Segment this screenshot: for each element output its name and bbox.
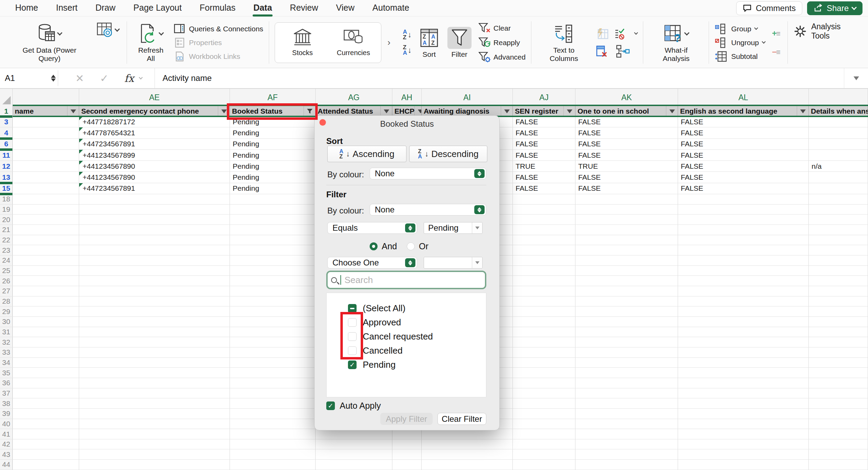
cell-23-2[interactable] (230, 245, 316, 255)
cell-30-1[interactable] (79, 317, 230, 327)
cell-13-9[interactable] (809, 172, 868, 182)
cell-25-0[interactable] (13, 266, 79, 276)
cell-18-1[interactable] (79, 194, 230, 204)
cell-18-2[interactable] (230, 194, 316, 204)
cell-24-1[interactable] (79, 255, 230, 265)
cell-37-0[interactable] (13, 388, 79, 398)
row-number-32[interactable]: 32 (0, 337, 13, 347)
subtotal-button[interactable]: Subtotal (714, 51, 765, 62)
cell-39-2[interactable] (230, 409, 316, 419)
cell-29-7[interactable] (575, 306, 678, 316)
cell-42-9[interactable] (809, 439, 868, 449)
header-cell-name[interactable]: name (13, 106, 79, 116)
row-number-33[interactable]: 33 (0, 347, 13, 357)
cell-40-2[interactable] (230, 419, 316, 429)
cell-12-0[interactable] (13, 161, 79, 171)
cell-44-2[interactable] (230, 460, 316, 470)
cell-42-5[interactable] (422, 439, 513, 449)
row-number-4[interactable]: 4 (0, 127, 13, 138)
cell-36-6[interactable] (513, 378, 575, 388)
cell-11-7[interactable]: FALSE (575, 150, 678, 160)
cell-33-2[interactable] (230, 347, 316, 357)
cell-31-6[interactable] (513, 327, 575, 337)
cell-20-0[interactable] (13, 215, 79, 224)
checkbox-indeterminate-icon[interactable] (348, 304, 357, 313)
row-number-35[interactable]: 35 (0, 368, 13, 378)
row-number-20[interactable]: 20 (0, 215, 13, 224)
cell-37-6[interactable] (513, 388, 575, 398)
filter-dropdown-icon[interactable] (218, 106, 230, 116)
cell-22-6[interactable] (513, 235, 575, 245)
and-radio[interactable]: And (370, 241, 397, 251)
filter-value-approved[interactable]: Approved (327, 315, 486, 330)
cell-34-9[interactable] (809, 358, 868, 368)
column-letter-AJ[interactable]: AJ (513, 89, 575, 106)
select-all-corner[interactable] (0, 89, 13, 106)
cell-34-6[interactable] (513, 358, 575, 368)
cell-43-4[interactable] (392, 449, 422, 459)
cell-36-0[interactable] (13, 378, 79, 388)
cell-11-1[interactable]: +441234567899 (79, 150, 230, 160)
cell-18-6[interactable] (513, 194, 575, 204)
cell-30-7[interactable] (575, 317, 678, 327)
cell-35-1[interactable] (79, 368, 230, 378)
header-cell-awaiting-diagnosis[interactable]: Awaiting diagnosis (422, 106, 513, 116)
column-letter-AG[interactable]: AG (316, 89, 392, 106)
data-validation-icon[interactable] (614, 28, 630, 40)
row-number-6[interactable]: 6 (0, 139, 13, 149)
header-cell-ehcp[interactable]: EHCP (392, 106, 422, 116)
cell-12-7[interactable]: TRUE (575, 161, 678, 171)
cell-33-1[interactable] (79, 347, 230, 357)
cell-4-7[interactable]: FALSE (575, 127, 678, 138)
cell-24-6[interactable] (513, 255, 575, 265)
cell-21-2[interactable] (230, 225, 316, 235)
cell-36-1[interactable] (79, 378, 230, 388)
column-letter-clipped-0[interactable] (13, 89, 79, 106)
cell-6-1[interactable]: +447234567891 (79, 139, 230, 149)
cell-41-3[interactable] (316, 429, 392, 439)
cell-31-8[interactable] (678, 327, 809, 337)
sort-ascending-button[interactable]: AZ ↓ (402, 29, 413, 41)
cell-44-0[interactable] (13, 460, 79, 470)
cell-6-2[interactable]: Pending (230, 139, 316, 149)
cell-28-7[interactable] (575, 296, 678, 306)
tab-page-layout[interactable]: Page Layout (125, 0, 191, 16)
gallery-more-button[interactable]: › (386, 37, 392, 48)
cell-26-8[interactable] (678, 276, 809, 286)
cell-11-9[interactable] (809, 150, 868, 160)
row-number-19[interactable]: 19 (0, 205, 13, 215)
cell-19-8[interactable] (678, 205, 809, 215)
cell-4-6[interactable]: FALSE (513, 127, 575, 138)
row-number-44[interactable]: 44 (0, 460, 13, 470)
cell-30-6[interactable] (513, 317, 575, 327)
cell-18-0[interactable] (13, 194, 79, 204)
tab-insert[interactable]: Insert (47, 0, 87, 16)
row-number-39[interactable]: 39 (0, 409, 13, 419)
queries-connections-button[interactable]: Queries & Connections (174, 24, 263, 34)
formula-input[interactable]: Activity name (155, 68, 844, 88)
cell-41-4[interactable] (392, 429, 422, 439)
second-operand-combo[interactable] (424, 257, 483, 269)
sort-descending-option[interactable]: ZA ↓ Descending (409, 146, 487, 162)
cell-39-1[interactable] (79, 409, 230, 419)
cell-31-9[interactable] (809, 327, 868, 337)
cell-27-2[interactable] (230, 286, 316, 296)
column-letter-clipped-9[interactable] (809, 89, 868, 106)
cell-15-1[interactable]: +447234567891 (79, 183, 230, 194)
combo-dropdown-button[interactable] (472, 257, 482, 268)
cell-42-7[interactable] (575, 439, 678, 449)
cell-15-0[interactable] (13, 183, 79, 194)
cell-33-9[interactable] (809, 347, 868, 357)
row-number-3[interactable]: 3 (0, 116, 13, 127)
column-letter-AH[interactable]: AH (392, 89, 422, 106)
cell-4-9[interactable] (809, 127, 868, 138)
cell-3-6[interactable]: FALSE (513, 116, 575, 127)
tab-home[interactable]: Home (6, 0, 47, 16)
cell-26-2[interactable] (230, 276, 316, 286)
cell-25-6[interactable] (513, 266, 575, 276)
cell-20-1[interactable] (79, 215, 230, 224)
cell-4-1[interactable]: +447787654321 (79, 127, 230, 138)
consolidate-icon[interactable] (615, 45, 630, 58)
cell-40-1[interactable] (79, 419, 230, 429)
row-number-1[interactable]: 1 (0, 106, 13, 116)
